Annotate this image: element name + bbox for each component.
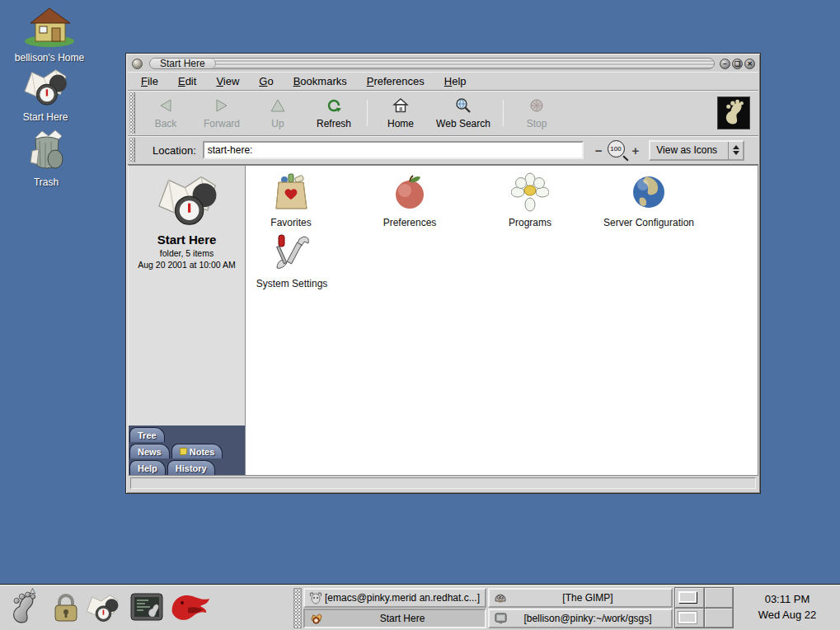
menu-preferences[interactable]: Preferences bbox=[364, 73, 428, 89]
refresh-icon bbox=[325, 97, 343, 116]
location-input[interactable] bbox=[203, 141, 584, 159]
start-here-icon bbox=[83, 592, 121, 626]
zoom-in-icon[interactable]: + bbox=[632, 144, 640, 157]
refresh-button[interactable]: Refresh bbox=[306, 93, 362, 133]
menu-edit[interactable]: Edit bbox=[175, 73, 199, 89]
icon-view[interactable]: Favorites Preferences bbox=[246, 165, 758, 476]
menu-bookmarks[interactable]: Bookmarks bbox=[290, 73, 350, 89]
sidebar-details: folder, 5 items bbox=[129, 248, 245, 258]
start-here-launcher[interactable] bbox=[84, 590, 120, 627]
throbber bbox=[717, 96, 750, 129]
clock-applet[interactable]: 03:11 PM Wed Aug 22 bbox=[734, 585, 840, 630]
file-system-settings[interactable]: System Settings bbox=[252, 232, 331, 289]
home-folder-icon bbox=[22, 39, 77, 50]
sidebar-tab-tree[interactable]: Tree bbox=[129, 427, 165, 442]
task-start-here[interactable]: Start Here bbox=[303, 609, 486, 628]
file-server-configuration[interactable]: Server Configuration bbox=[587, 172, 711, 228]
sidebar-tab-news[interactable]: News bbox=[129, 444, 170, 458]
menubar: File Edit View Go Bookmarks Preferences … bbox=[128, 72, 758, 91]
workspace-1[interactable] bbox=[675, 588, 704, 608]
zoom-indicator[interactable]: 100 bbox=[608, 140, 627, 160]
emacs-gnu-icon bbox=[308, 591, 323, 604]
home-icon bbox=[392, 97, 410, 116]
stop-icon bbox=[528, 97, 546, 116]
up-button[interactable]: Up bbox=[250, 93, 306, 133]
web-search-button[interactable]: Web Search bbox=[429, 93, 498, 133]
desktop-icon-label: Start Here bbox=[0, 111, 91, 123]
terminal-launcher[interactable] bbox=[129, 590, 165, 627]
sidebar-title: Start Here bbox=[129, 233, 245, 247]
gnome-foot-icon bbox=[9, 591, 37, 627]
menu-view[interactable]: View bbox=[213, 73, 242, 89]
clock-time: 03:11 PM bbox=[765, 592, 810, 608]
favorites-icon bbox=[272, 203, 310, 214]
desktop: bellison's Home Start Here Tras bbox=[0, 0, 840, 630]
sidebar-tab-help[interactable]: Help bbox=[129, 460, 166, 475]
note-icon bbox=[180, 448, 187, 455]
toolbar-separator bbox=[503, 100, 504, 126]
location-bar-gripper[interactable] bbox=[129, 138, 135, 162]
toolbar: Back Forward Up bbox=[128, 91, 758, 136]
forward-icon bbox=[213, 97, 231, 116]
home-button[interactable]: Home bbox=[373, 93, 429, 133]
start-here-icon bbox=[20, 98, 71, 110]
view-mode-spinner[interactable] bbox=[728, 142, 743, 159]
desktop-icon-home[interactable]: bellison's Home bbox=[4, 5, 95, 63]
minimize-button[interactable]: − bbox=[720, 59, 730, 69]
titlebar-channel: Start Here bbox=[149, 58, 715, 69]
spin-up-icon bbox=[733, 145, 739, 149]
menu-go[interactable]: Go bbox=[256, 73, 276, 89]
menu-help[interactable]: Help bbox=[441, 73, 470, 89]
start-here-small-icon bbox=[308, 613, 323, 625]
stop-button[interactable]: Stop bbox=[509, 93, 565, 133]
file-preferences[interactable]: Preferences bbox=[370, 172, 449, 228]
location-label: Location: bbox=[153, 144, 196, 157]
tasklist-handle[interactable] bbox=[293, 588, 302, 628]
close-button[interactable]: ✕ bbox=[744, 59, 755, 69]
sidebar-tab-notes[interactable]: Notes bbox=[171, 444, 223, 458]
workspace-3[interactable] bbox=[675, 609, 704, 628]
titlebar[interactable]: Start Here − ❑ ✕ bbox=[128, 55, 758, 72]
forward-button[interactable]: Forward bbox=[194, 93, 250, 133]
lock-screen-button[interactable] bbox=[48, 590, 84, 627]
sidebar-info: Start Here folder, 5 items Aug 20 2001 a… bbox=[129, 166, 245, 270]
main-menu-button[interactable] bbox=[5, 590, 41, 627]
menu-arrow-icon: △ bbox=[30, 586, 35, 595]
clock-date: Wed Aug 22 bbox=[758, 608, 817, 623]
gimp-wilber-icon bbox=[493, 591, 508, 604]
panel: △ bbox=[0, 584, 840, 630]
pager-window bbox=[678, 591, 697, 603]
pager-window bbox=[678, 612, 697, 623]
zoom-out-icon[interactable]: − bbox=[595, 144, 603, 157]
desktop-icon-trash[interactable]: Trash bbox=[1, 128, 92, 188]
mozilla-icon bbox=[170, 591, 213, 627]
menu-file[interactable]: File bbox=[138, 73, 162, 89]
sidebar-tab-history[interactable]: History bbox=[167, 460, 215, 475]
desktop-icon-label: Trash bbox=[1, 176, 92, 188]
toolbar-gripper[interactable] bbox=[129, 92, 135, 134]
window-menu-button[interactable] bbox=[132, 59, 143, 69]
back-button[interactable]: Back bbox=[138, 93, 194, 133]
status-text bbox=[130, 477, 756, 489]
file-favorites[interactable]: Favorites bbox=[251, 172, 331, 228]
view-mode-select[interactable]: View as Icons bbox=[649, 140, 744, 161]
web-search-icon bbox=[454, 97, 472, 116]
mozilla-launcher[interactable] bbox=[170, 590, 213, 627]
workspace-2[interactable] bbox=[705, 588, 734, 608]
statusbar bbox=[128, 476, 758, 491]
file-programs[interactable]: Programs bbox=[490, 172, 570, 228]
start-here-icon bbox=[153, 219, 222, 231]
window-title: Start Here bbox=[150, 59, 216, 68]
workspace-4[interactable] bbox=[705, 609, 734, 628]
maximize-button[interactable]: ❑ bbox=[732, 59, 743, 69]
sidebar: Start Here folder, 5 items Aug 20 2001 a… bbox=[128, 165, 246, 476]
workspace-pager[interactable] bbox=[674, 587, 734, 628]
task-gimp[interactable]: [The GIMP] bbox=[488, 588, 673, 608]
terminal-small-icon bbox=[493, 613, 508, 624]
task-bellison-terminal[interactable]: [bellison@pinky:~/work/gsgs] bbox=[488, 609, 673, 628]
desktop-icon-start-here[interactable]: Start Here bbox=[0, 66, 91, 123]
padlock-icon bbox=[50, 591, 82, 627]
location-bar: Location: − 100 + View as Icons bbox=[128, 136, 758, 165]
task-emacs[interactable]: [emacs@pinky.merid an.redhat.c...] bbox=[303, 588, 486, 608]
trash-icon bbox=[24, 163, 68, 175]
